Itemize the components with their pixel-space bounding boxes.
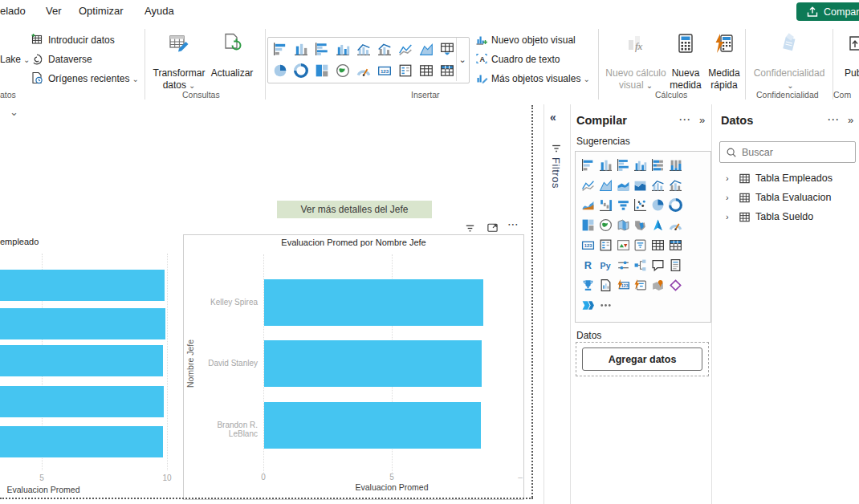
line-stacked-column-icon[interactable] <box>356 42 371 56</box>
power-automate-icon[interactable] <box>581 299 595 312</box>
ribbon-item-nuevo-objeto-visual[interactable]: Nuevo objeto visual <box>491 35 576 46</box>
azure-map-icon[interactable] <box>651 218 665 232</box>
ribbon-item-mas-objetos-visuales[interactable]: Más objetos visuales⌄ <box>491 73 590 84</box>
ribbon-item-origenes-recientes[interactable]: Orígenes recientes⌄ <box>48 73 139 84</box>
chevron-right-icon[interactable]: › <box>726 173 734 183</box>
treemap-icon[interactable] <box>315 63 329 78</box>
quick-slicer-icon[interactable] <box>633 278 647 292</box>
donut-icon[interactable] <box>669 198 682 212</box>
data-more-options-icon[interactable]: ⋯ <box>827 112 839 127</box>
bar[interactable] <box>0 426 163 457</box>
report-canvas[interactable]: ⌄ empleado 510 Evaluacion Promed Ver más… <box>0 104 533 504</box>
bar[interactable] <box>264 340 482 387</box>
treemap-icon[interactable] <box>581 218 595 232</box>
new-measure-button[interactable]: Nueva medida <box>667 29 704 88</box>
filters-collapse-icon[interactable]: « <box>550 111 556 124</box>
table-row[interactable]: ›Tabla Empleados <box>726 169 853 188</box>
ribbon-item-cuadro-de-texto[interactable]: Cuadro de texto <box>491 54 560 65</box>
line-clustered-column-icon[interactable] <box>669 178 682 192</box>
publish-button[interactable]: Pub <box>841 29 859 88</box>
slicer-icon[interactable] <box>633 238 647 252</box>
quick-measure-button[interactable]: Medida rápida <box>706 29 743 88</box>
paginated-report-icon[interactable] <box>599 278 613 292</box>
menu-item-optimizar[interactable]: Optimizar <box>79 5 124 17</box>
map-icon[interactable] <box>599 218 613 232</box>
matrix-icon[interactable] <box>440 63 454 78</box>
bar[interactable] <box>0 345 163 376</box>
quick-card-icon[interactable]: 123 <box>617 278 630 292</box>
add-data-button[interactable]: Agregar datos <box>582 348 702 371</box>
build-more-options-icon[interactable]: ⋯ <box>678 112 690 127</box>
data-collapse-icon[interactable]: » <box>848 114 853 126</box>
stacked-area-icon[interactable] <box>617 178 630 192</box>
area-icon[interactable] <box>599 178 613 192</box>
shape-map-icon[interactable] <box>633 218 647 232</box>
kpi-icon[interactable] <box>617 238 630 252</box>
transform-data-button[interactable]: Transformar datos⌄ <box>153 29 206 88</box>
refresh-button[interactable]: Actualizar <box>207 29 257 88</box>
menu-item-ayuda[interactable]: Ayuda <box>145 5 174 17</box>
line-clustered-column-icon[interactable] <box>377 42 392 56</box>
bar[interactable] <box>0 386 164 417</box>
pct-stacked-bar-icon[interactable] <box>651 158 665 172</box>
narrative-icon[interactable] <box>669 258 682 272</box>
chevron-right-icon[interactable]: › <box>726 212 734 222</box>
pie-icon[interactable] <box>651 198 665 212</box>
donut-icon[interactable] <box>294 63 308 78</box>
menu-item-modelado[interactable]: elado <box>0 5 26 17</box>
multirow-card-icon[interactable] <box>398 63 413 78</box>
table-row[interactable]: ›Tabla Evaluacion <box>726 188 853 207</box>
chevron-right-icon[interactable]: › <box>726 193 734 202</box>
line-icon[interactable] <box>581 178 595 192</box>
multirow-card-icon[interactable] <box>599 238 613 252</box>
gallery-expand-button[interactable]: ⌄ <box>456 38 468 81</box>
ribbon-item-dataverse[interactable]: Dataverse <box>48 54 92 65</box>
r-script-icon[interactable]: R <box>581 258 595 272</box>
card-icon[interactable]: 123 <box>377 63 392 78</box>
new-visual-calculation-button[interactable]: fx Nuevo cálculo visual⌄ <box>604 29 668 88</box>
map-icon[interactable] <box>336 63 350 78</box>
table-icon[interactable] <box>651 238 665 252</box>
more-icon[interactable] <box>599 299 613 312</box>
ribbon-item-introducir-datos[interactable]: Introducir datos <box>48 35 115 46</box>
metrics-icon[interactable] <box>581 278 595 292</box>
ribbon-icon[interactable] <box>581 198 595 212</box>
clustered-bar-icon[interactable] <box>617 158 630 172</box>
table-icon[interactable] <box>419 63 434 78</box>
clustered-column-icon[interactable] <box>336 42 350 56</box>
gauge-icon[interactable] <box>356 63 371 78</box>
line-icon[interactable] <box>398 42 413 56</box>
filled-map-icon[interactable] <box>617 218 630 232</box>
visual-filter-icon[interactable] <box>464 222 476 234</box>
scatter-icon[interactable] <box>633 198 647 212</box>
pct-stacked-area-icon[interactable] <box>633 178 647 192</box>
line-stacked-column-icon[interactable] <box>651 178 665 192</box>
bar[interactable] <box>0 308 165 339</box>
stacked-column-icon[interactable] <box>599 158 613 172</box>
clustered-bar-icon[interactable] <box>315 42 329 56</box>
table-funnel-icon[interactable] <box>440 42 454 56</box>
table-name[interactable]: Tabla Evaluacion <box>755 192 832 203</box>
gauge-icon[interactable] <box>669 218 682 232</box>
table-row[interactable]: ›Tabla Sueldo <box>726 207 853 226</box>
sensitivity-button[interactable]: Confidencialidad ⌄ <box>749 29 829 88</box>
build-collapse-icon[interactable]: » <box>699 114 705 126</box>
filters-pane-title[interactable]: Filtros <box>550 157 562 189</box>
search-input[interactable] <box>740 146 855 159</box>
bar[interactable] <box>264 402 481 449</box>
qa-icon[interactable] <box>651 258 665 272</box>
matrix-icon[interactable] <box>669 238 682 252</box>
share-button[interactable]: Compartir <box>796 2 859 21</box>
python-icon[interactable]: Py <box>599 258 613 272</box>
pct-stacked-column-icon[interactable] <box>669 158 682 172</box>
arcgis-icon[interactable] <box>651 278 665 292</box>
pie-icon[interactable] <box>273 63 287 78</box>
filter-funnel-icon[interactable] <box>551 143 562 154</box>
decomposition-tree-icon[interactable] <box>633 258 647 272</box>
waterfall-icon[interactable] <box>599 198 613 212</box>
area-icon[interactable] <box>419 42 434 56</box>
bar[interactable] <box>0 270 165 301</box>
table-name[interactable]: Tabla Sueldo <box>755 211 813 222</box>
bar[interactable] <box>264 279 483 326</box>
focus-mode-icon[interactable] <box>486 222 499 234</box>
